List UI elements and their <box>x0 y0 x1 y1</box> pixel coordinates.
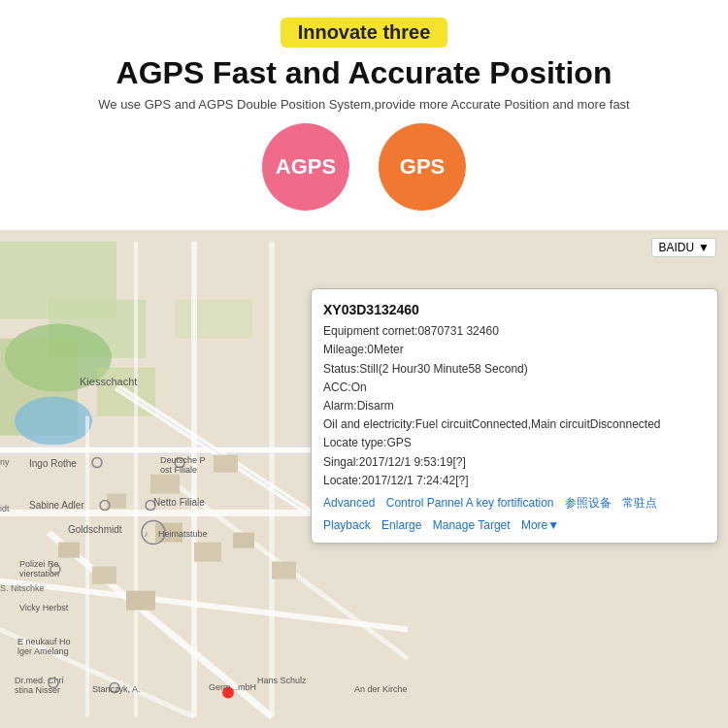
refer-devices-link[interactable]: 参照设备 <box>565 496 612 510</box>
svg-rect-22 <box>150 474 180 493</box>
svg-rect-30 <box>233 532 254 547</box>
circles-row: AGPS GPS <box>19 123 709 211</box>
svg-rect-27 <box>92 566 116 583</box>
agps-circle: AGPS <box>262 123 349 211</box>
locate-line: Locate:2017/12/1 7:24:42[?] <box>323 472 706 490</box>
popup-links-2: Playback Enlarge Manage Target More▼ <box>323 516 706 535</box>
map-section: Kiesschacht Ingo Rothe Sabine Adler Gold… <box>0 230 728 728</box>
info-popup: XY03D3132460 Equipment cornet:0870731 32… <box>311 288 718 544</box>
svg-rect-28 <box>126 590 155 610</box>
svg-text:Goldschmidt: Goldschmidt <box>68 523 122 534</box>
enlarge-link[interactable]: Enlarge <box>381 518 421 532</box>
svg-rect-31 <box>272 561 296 579</box>
svg-text:Deutsche P: Deutsche P <box>160 454 206 464</box>
svg-text:idt: idt <box>0 503 10 513</box>
main-title: AGPS Fast and Accurate Position <box>19 55 709 91</box>
page-wrapper: Innovate three AGPS Fast and Accurate Po… <box>0 0 728 728</box>
svg-text:S. Nitschke: S. Nitschke <box>0 582 45 592</box>
alarm-line: Alarm:Disarm <box>323 397 706 415</box>
svg-text:Heimatstube: Heimatstube <box>158 528 208 538</box>
svg-text:E neukauf Ho: E neukauf Ho <box>17 636 71 645</box>
svg-text:Kiesschacht: Kiesschacht <box>80 375 137 386</box>
svg-text:stina Nisser: stina Nisser <box>15 684 60 694</box>
innovate-badge: Innovate three <box>281 17 448 48</box>
svg-rect-29 <box>194 542 221 561</box>
svg-text:Dr.med. Chri: Dr.med. Chri <box>15 675 64 684</box>
playback-link[interactable]: Playback <box>323 518 371 532</box>
svg-text:Sabine Adler: Sabine Adler <box>29 499 84 510</box>
resident-link[interactable]: 常驻点 <box>622 496 657 510</box>
svg-text:Germ...mbH: Germ...mbH <box>209 681 256 691</box>
svg-text:Vicky Herbst: Vicky Herbst <box>19 602 69 612</box>
svg-text:Netto Filiale: Netto Filiale <box>153 496 205 507</box>
advanced-link[interactable]: Advanced <box>323 496 375 510</box>
signal-line: Singal:2017/12/1 9:53:19[?] <box>323 453 706 472</box>
svg-text:Polizei Re: Polizei Re <box>19 558 59 568</box>
acc-line: ACC:On <box>323 379 706 397</box>
baidu-label: BAIDU <box>658 241 694 254</box>
oil-line: Oil and electricity:Fuel circuitConnecte… <box>323 415 706 434</box>
status-line: Status:Still(2 Hour30 Minute58 Second) <box>323 360 706 379</box>
svg-text:ny: ny <box>0 456 10 466</box>
mileage-line: Mileage:0Meter <box>323 341 706 359</box>
svg-text:lger Amelang: lger Amelang <box>17 645 69 655</box>
locate-type-line: Locate type:GPS <box>323 434 706 452</box>
svg-text:An der Kirche: An der Kirche <box>354 683 408 693</box>
more-link[interactable]: More▼ <box>521 518 559 532</box>
svg-text:ost Filiale: ost Filiale <box>160 464 197 474</box>
svg-rect-26 <box>58 542 80 557</box>
dropdown-arrow-icon: ▼ <box>698 241 710 254</box>
top-section: Innovate three AGPS Fast and Accurate Po… <box>0 0 728 230</box>
gps-circle: GPS <box>379 123 466 211</box>
equipment-line: Equipment cornet:0870731 32460 <box>323 322 706 341</box>
manage-target-link[interactable]: Manage Target <box>433 518 511 532</box>
svg-rect-23 <box>214 454 238 472</box>
svg-point-7 <box>15 396 92 445</box>
svg-text:♪: ♪ <box>144 527 149 538</box>
svg-text:Ingo Rothe: Ingo Rothe <box>29 457 77 468</box>
subtitle: We use GPS and AGPS Double Position Syst… <box>19 97 709 112</box>
baidu-dropdown[interactable]: BAIDU ▼ <box>651 238 716 257</box>
device-id: XY03D3132460 <box>323 299 706 320</box>
map-background: Kiesschacht Ingo Rothe Sabine Adler Gold… <box>0 230 728 728</box>
control-panel-link[interactable]: Control Pannel A key fortification <box>386 496 554 510</box>
svg-text:Hans Schulz: Hans Schulz <box>257 675 307 684</box>
svg-rect-6 <box>175 299 252 338</box>
popup-links: Advanced Control Pannel A key fortificat… <box>323 494 706 513</box>
svg-text:Stanczyk, A.: Stanczyk, A. <box>92 683 141 693</box>
